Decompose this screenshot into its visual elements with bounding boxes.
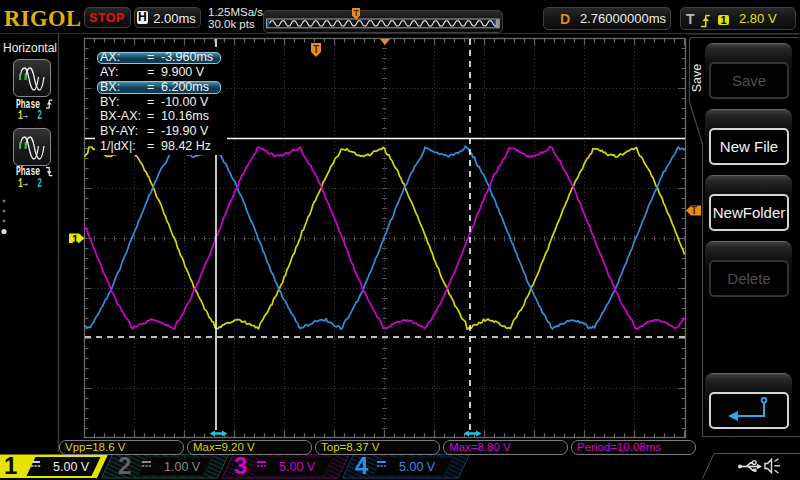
svg-text:T: T	[353, 8, 359, 18]
svg-text:1: 1	[72, 233, 78, 245]
svg-text:5.00 V: 5.00 V	[279, 460, 316, 474]
svg-text:5.00 V: 5.00 V	[399, 460, 436, 474]
svg-text:1: 1	[4, 452, 17, 479]
svg-text:1.00 V: 1.00 V	[164, 460, 201, 474]
svg-text:T: T	[691, 205, 697, 216]
svg-text:2: 2	[118, 452, 131, 479]
svg-text:4: 4	[355, 452, 369, 479]
svg-text:3: 3	[234, 452, 247, 479]
svg-text:5.00 V: 5.00 V	[53, 460, 90, 474]
svg-text:T: T	[313, 44, 319, 55]
